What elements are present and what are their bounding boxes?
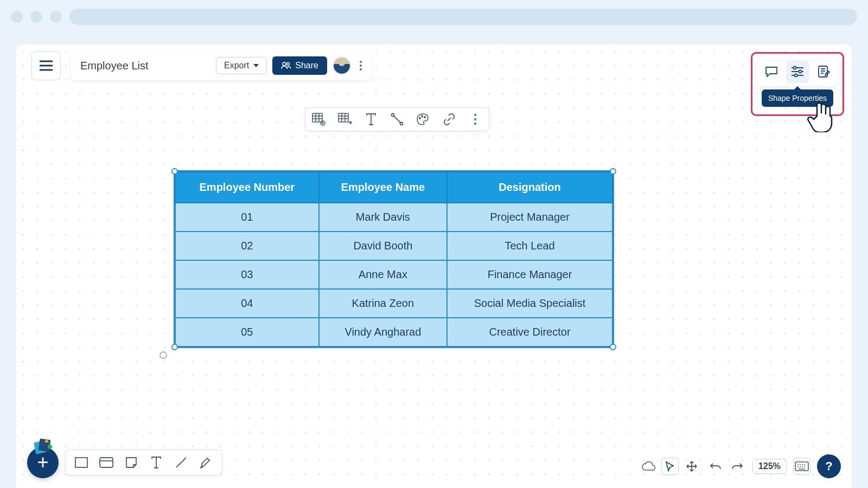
sliders-icon <box>790 66 805 78</box>
svg-point-12 <box>474 123 476 125</box>
undo-button[interactable] <box>707 458 724 475</box>
chat-icon <box>764 65 778 78</box>
color-tool-button[interactable] <box>415 111 431 127</box>
col-header[interactable]: Employee Number <box>175 172 319 203</box>
user-avatar[interactable] <box>333 56 351 75</box>
keyboard-icon <box>795 461 809 471</box>
svg-point-13 <box>794 67 796 69</box>
employee-table-shape[interactable]: Employee Number Employee Name Designatio… <box>174 170 614 348</box>
share-label: Share <box>295 61 318 70</box>
select-tool-button[interactable] <box>661 458 679 475</box>
right-panel-tabs <box>757 57 838 86</box>
table-row: 03Anne MaxFinance Manager <box>175 260 612 289</box>
svg-point-7 <box>419 118 421 119</box>
more-menu-button[interactable] <box>356 61 365 70</box>
sticky-note-icon <box>125 457 137 468</box>
keyboard-button[interactable] <box>793 458 810 475</box>
help-button[interactable]: ? <box>817 454 841 478</box>
export-button[interactable]: Export <box>216 57 267 74</box>
pan-tool-button[interactable] <box>683 458 700 475</box>
panel-highlight: Shape Properties <box>751 52 844 116</box>
properties-tab[interactable] <box>786 60 809 83</box>
svg-point-5 <box>392 114 394 117</box>
col-header[interactable]: Employee Name <box>319 172 447 203</box>
caret-down-icon <box>253 64 259 67</box>
document-header: Employee List Export Share <box>71 51 372 80</box>
palette-icon <box>416 113 430 126</box>
shapes-badge-icon <box>31 437 53 455</box>
svg-point-10 <box>474 114 476 116</box>
status-bar: 125% ? <box>640 454 841 478</box>
zoom-level[interactable]: 125% <box>752 459 787 474</box>
sticky-note-tool[interactable] <box>123 454 139 471</box>
connector-tool-button[interactable] <box>389 111 405 127</box>
window-dot <box>11 11 23 23</box>
svg-point-1 <box>287 63 290 66</box>
link-icon <box>443 113 456 126</box>
redo-icon <box>731 462 743 471</box>
highlighter-icon <box>200 456 213 469</box>
svg-rect-22 <box>100 458 113 467</box>
link-tool-button[interactable] <box>441 111 457 127</box>
card-tool[interactable] <box>98 454 114 471</box>
text-icon <box>151 457 161 468</box>
highlighter-tool[interactable] <box>198 454 214 471</box>
svg-point-6 <box>400 123 403 125</box>
address-bar[interactable] <box>69 9 857 25</box>
comments-tab[interactable] <box>760 60 783 83</box>
canvas[interactable]: Employee List Export Share <box>16 44 852 488</box>
browser-chrome <box>0 0 868 34</box>
rectangle-tool[interactable] <box>73 454 90 471</box>
add-row-button[interactable] <box>311 111 327 127</box>
export-label: Export <box>224 61 249 70</box>
resize-handle[interactable] <box>171 168 178 175</box>
document-title[interactable]: Employee List <box>80 60 210 72</box>
svg-rect-4 <box>339 113 348 122</box>
undo-icon <box>710 462 722 471</box>
resize-handle[interactable] <box>610 344 616 350</box>
svg-point-8 <box>422 115 423 117</box>
svg-rect-2 <box>312 113 322 122</box>
note-edit-icon <box>817 65 830 78</box>
window-dot <box>30 11 42 23</box>
table-add-col-icon <box>338 113 352 126</box>
cursor-icon <box>665 461 675 472</box>
more-vertical-icon <box>474 113 477 125</box>
hamburger-icon <box>40 60 53 71</box>
text-tool-button[interactable] <box>363 111 379 127</box>
line-icon <box>391 113 404 126</box>
resize-handle[interactable] <box>610 168 616 175</box>
menu-button[interactable] <box>31 51 61 80</box>
share-button[interactable]: Share <box>272 56 327 75</box>
employee-table: Employee Number Employee Name Designatio… <box>175 171 613 347</box>
cloud-icon <box>641 461 655 471</box>
notes-tab[interactable] <box>812 60 835 83</box>
svg-point-0 <box>283 62 286 66</box>
svg-point-20 <box>48 445 52 449</box>
window-dot <box>50 11 62 23</box>
add-column-button[interactable] <box>337 111 353 127</box>
bottom-toolbar: + <box>27 447 222 478</box>
more-tools-button[interactable] <box>467 111 483 127</box>
resize-handle[interactable] <box>171 344 178 350</box>
table-row: 05Vindy AngharadCreative Director <box>175 318 612 346</box>
people-icon <box>281 62 291 69</box>
add-shape-fab[interactable]: + <box>27 447 59 478</box>
redo-button[interactable] <box>729 458 746 475</box>
help-icon: ? <box>825 459 832 473</box>
text-shape-tool[interactable] <box>148 454 164 471</box>
table-add-row-icon <box>312 113 326 126</box>
tooltip: Shape Properties <box>762 89 833 107</box>
svg-point-15 <box>795 74 797 77</box>
line-shape-tool[interactable] <box>173 454 189 471</box>
svg-point-9 <box>424 117 426 118</box>
line-icon <box>175 456 188 469</box>
table-row: 01Mark DavisProject Manager <box>175 203 612 232</box>
rectangle-icon <box>75 457 88 468</box>
cloud-sync-button[interactable] <box>640 458 657 475</box>
move-icon <box>686 460 698 472</box>
svg-point-11 <box>474 118 476 120</box>
connector-handle[interactable] <box>159 351 167 359</box>
table-row: 04Katrina ZeonSocial Media Specialist <box>175 289 612 318</box>
col-header[interactable]: Designation <box>447 172 612 203</box>
